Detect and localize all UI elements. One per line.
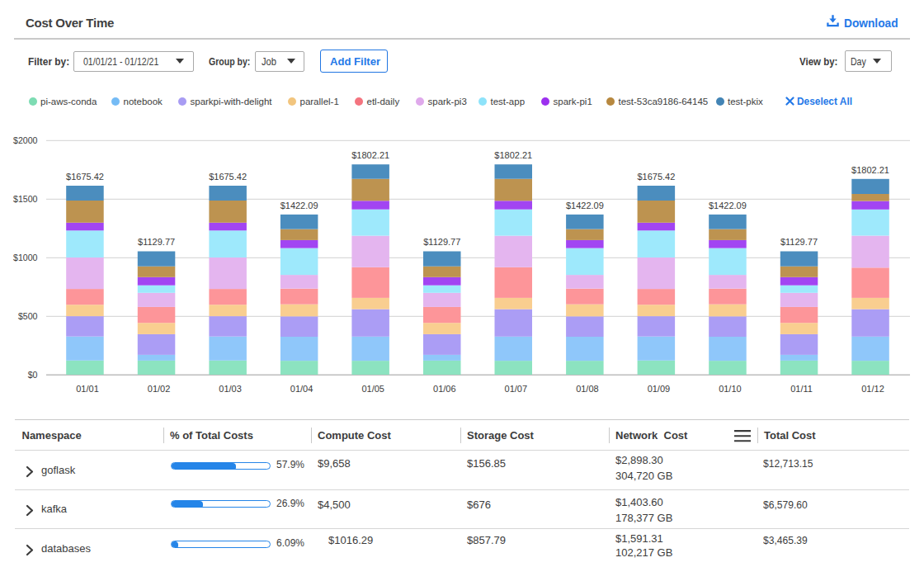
svg-text:$500: $500: [18, 311, 38, 321]
svg-text:01/12: 01/12: [861, 384, 884, 394]
svg-text:01/02: 01/02: [148, 384, 171, 394]
svg-text:$1802.21: $1802.21: [851, 165, 889, 175]
svg-text:01/09: 01/09: [648, 384, 671, 394]
svg-text:01/08: 01/08: [576, 384, 599, 394]
svg-text:01/07: 01/07: [505, 384, 528, 394]
svg-text:01/11: 01/11: [790, 384, 813, 394]
svg-text:$1000: $1000: [13, 253, 38, 262]
svg-text:$1129.77: $1129.77: [423, 237, 460, 247]
svg-text:$0: $0: [28, 370, 38, 380]
svg-text:$1422.09: $1422.09: [566, 201, 604, 210]
svg-text:$1129.77: $1129.77: [780, 237, 818, 247]
svg-text:01/05: 01/05: [361, 384, 384, 394]
svg-text:$1802.21: $1802.21: [494, 150, 532, 160]
svg-text:$1675.42: $1675.42: [66, 172, 104, 182]
svg-text:01/03: 01/03: [219, 384, 242, 394]
svg-text:$1422.09: $1422.09: [709, 201, 747, 210]
svg-text:$1422.09: $1422.09: [280, 201, 318, 210]
svg-text:$2000: $2000: [13, 135, 38, 145]
svg-text:01/01: 01/01: [76, 384, 99, 394]
svg-text:01/04: 01/04: [290, 384, 314, 394]
svg-text:$1675.42: $1675.42: [637, 172, 675, 182]
svg-text:$1675.42: $1675.42: [209, 172, 247, 182]
svg-text:$1802.21: $1802.21: [351, 150, 389, 160]
svg-text:01/10: 01/10: [719, 384, 742, 394]
svg-text:$1129.77: $1129.77: [138, 237, 175, 247]
svg-text:01/06: 01/06: [433, 384, 456, 394]
svg-text:$1500: $1500: [13, 194, 38, 204]
